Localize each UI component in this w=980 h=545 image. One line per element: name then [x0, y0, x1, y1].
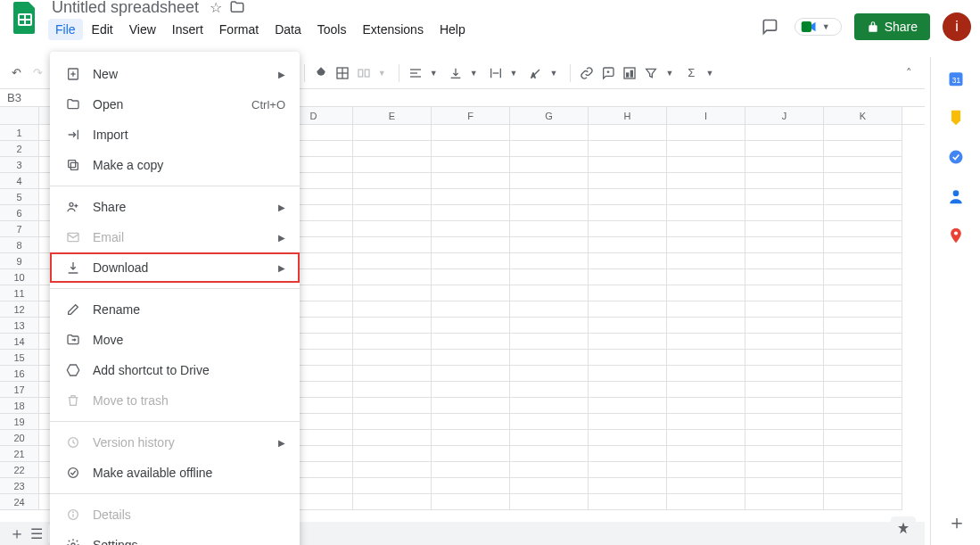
cell[interactable]	[745, 125, 824, 141]
cell[interactable]	[432, 478, 510, 494]
cell[interactable]	[432, 173, 510, 189]
cell[interactable]	[510, 237, 589, 253]
menu-insert[interactable]: Insert	[165, 19, 210, 40]
cell[interactable]	[824, 398, 902, 414]
cell[interactable]	[510, 318, 589, 334]
cell[interactable]	[745, 285, 824, 301]
cell[interactable]	[667, 157, 745, 173]
cell[interactable]	[667, 125, 745, 141]
cell[interactable]	[510, 269, 589, 285]
cell[interactable]	[745, 269, 824, 285]
menu-item-settings[interactable]: Settings	[50, 530, 300, 545]
cell[interactable]	[510, 398, 589, 414]
menu-item-details[interactable]: Details	[50, 500, 300, 530]
cell[interactable]	[589, 494, 667, 510]
cell[interactable]	[510, 334, 589, 350]
cell[interactable]	[667, 253, 745, 269]
calendar-icon[interactable]: 31	[947, 70, 965, 87]
cell[interactable]	[824, 366, 902, 382]
cell[interactable]	[353, 157, 432, 173]
cell[interactable]	[824, 141, 902, 157]
cell[interactable]	[353, 205, 432, 221]
cell[interactable]	[824, 189, 902, 205]
merge-icon[interactable]	[355, 64, 373, 82]
cell[interactable]	[510, 157, 589, 173]
select-all-corner[interactable]	[0, 107, 39, 124]
cell[interactable]	[432, 269, 510, 285]
row-header[interactable]: 11	[0, 285, 39, 301]
cell[interactable]	[589, 334, 667, 350]
cell[interactable]	[824, 446, 902, 462]
cell[interactable]	[667, 350, 745, 366]
cell[interactable]	[353, 141, 432, 157]
cell[interactable]	[745, 366, 824, 382]
cell[interactable]	[432, 318, 510, 334]
cell[interactable]	[824, 253, 902, 269]
cell[interactable]	[745, 141, 824, 157]
cell[interactable]	[589, 478, 667, 494]
cell[interactable]	[667, 462, 745, 478]
cell[interactable]	[667, 173, 745, 189]
cell[interactable]	[667, 366, 745, 382]
cell[interactable]	[353, 173, 432, 189]
cell[interactable]	[667, 189, 745, 205]
cell[interactable]	[667, 301, 745, 318]
cell[interactable]	[824, 414, 902, 430]
cell[interactable]	[667, 382, 745, 398]
undo-icon[interactable]: ↶	[7, 64, 25, 82]
v-align-icon[interactable]	[447, 64, 465, 82]
document-title[interactable]: Untitled spreadsheet	[48, 0, 202, 19]
menu-item-add-shortcut[interactable]: Add shortcut to Drive	[50, 355, 300, 385]
row-header[interactable]: 17	[0, 382, 39, 398]
cell[interactable]	[353, 446, 432, 462]
menu-item-move[interactable]: Move	[50, 325, 300, 355]
cell[interactable]	[353, 462, 432, 478]
cell[interactable]	[353, 221, 432, 237]
menu-item-email[interactable]: Email ▶	[50, 222, 300, 252]
cell[interactable]	[510, 205, 589, 221]
add-addon-icon[interactable]: ＋	[947, 509, 965, 527]
cell[interactable]	[667, 205, 745, 221]
cell[interactable]	[589, 301, 667, 318]
cell[interactable]	[432, 382, 510, 398]
row-header[interactable]: 22	[0, 462, 39, 478]
cell[interactable]	[745, 157, 824, 173]
cell[interactable]	[353, 237, 432, 253]
cell[interactable]	[824, 462, 902, 478]
move-folder-icon[interactable]	[229, 0, 245, 15]
row-header[interactable]: 10	[0, 269, 39, 285]
comments-icon[interactable]	[757, 14, 782, 39]
comment-icon[interactable]	[599, 64, 617, 82]
cell[interactable]	[432, 414, 510, 430]
row-header[interactable]: 13	[0, 318, 39, 334]
cell[interactable]	[510, 189, 589, 205]
cell[interactable]	[824, 318, 902, 334]
cell[interactable]	[667, 430, 745, 446]
cell[interactable]	[745, 430, 824, 446]
menu-edit[interactable]: Edit	[85, 19, 120, 40]
row-header[interactable]: 8	[0, 237, 39, 253]
column-header[interactable]: G	[510, 107, 589, 124]
cell[interactable]	[353, 398, 432, 414]
explore-button[interactable]	[891, 516, 916, 541]
cell[interactable]	[432, 205, 510, 221]
chart-icon[interactable]	[621, 64, 638, 82]
cell[interactable]	[510, 350, 589, 366]
cell[interactable]	[824, 334, 902, 350]
cell[interactable]	[510, 221, 589, 237]
cell[interactable]	[510, 414, 589, 430]
cell[interactable]	[432, 334, 510, 350]
cell[interactable]	[432, 430, 510, 446]
cell[interactable]	[353, 478, 432, 494]
cell[interactable]	[432, 285, 510, 301]
cell[interactable]	[432, 189, 510, 205]
row-header[interactable]: 24	[0, 494, 39, 510]
add-sheet-button[interactable]: ＋	[9, 523, 25, 544]
cell[interactable]	[667, 318, 745, 334]
cell[interactable]	[667, 494, 745, 510]
cell[interactable]	[353, 334, 432, 350]
cell[interactable]	[510, 382, 589, 398]
cell[interactable]	[589, 253, 667, 269]
sheets-logo[interactable]	[7, 0, 43, 36]
row-header[interactable]: 23	[0, 478, 39, 494]
